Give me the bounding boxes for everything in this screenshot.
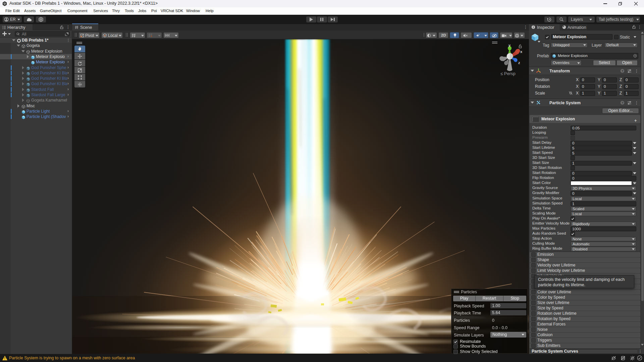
svg-text:?: ? <box>622 69 623 73</box>
svg-text:x: x <box>520 50 523 54</box>
svg-text:?: ? <box>622 101 623 105</box>
svg-text:Y: Y <box>134 36 135 38</box>
svg-text:y: y <box>508 44 511 47</box>
svg-text:z: z <box>518 61 520 65</box>
